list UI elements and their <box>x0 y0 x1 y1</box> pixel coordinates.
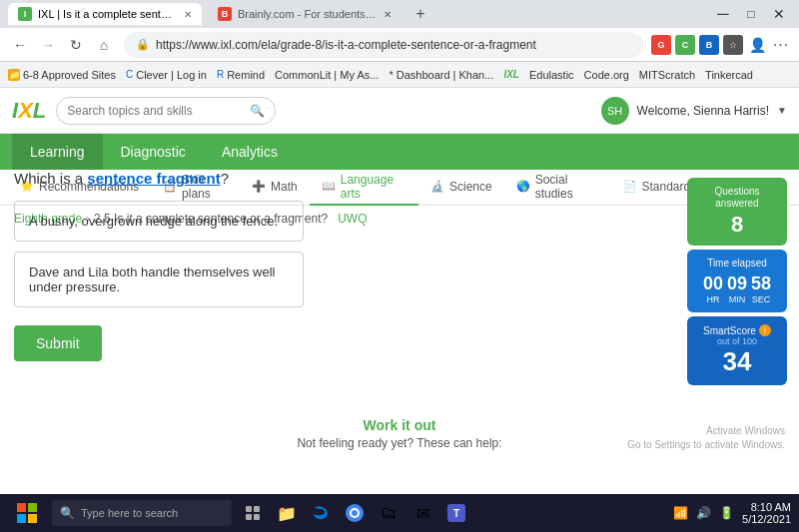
svg-rect-0 <box>17 503 26 512</box>
taskbar-right: 📶 🔊 🔋 8:10 AM 5/12/2021 <box>673 501 791 525</box>
search-input[interactable] <box>67 104 250 118</box>
answer-a-text: A bushy, overgrown hedge along the fence… <box>29 214 278 229</box>
question-highlight: sentence fragment <box>87 170 220 187</box>
bookmark-khan[interactable]: * Dashboard | Khan... <box>389 69 493 81</box>
timer-seconds: 58 SEC <box>751 273 771 304</box>
maximize-btn[interactable]: □ <box>739 2 763 26</box>
taskbar-mail-icon[interactable]: ✉ <box>407 498 437 528</box>
system-clock[interactable]: 8:10 AM 5/12/2021 <box>742 501 791 525</box>
taskbar-search-box[interactable]: 🔍 Type here to search <box>52 500 232 526</box>
extension-icons: G C B ☆ 👤 ··· <box>651 35 791 55</box>
smart-score-value: 34 <box>697 346 777 377</box>
taskbar-teams-icon[interactable]: T <box>441 498 471 528</box>
taskbar-pinned-apps: 📁 🗂 ✉ T <box>238 498 471 528</box>
answer-option-a[interactable]: A bushy, overgrown hedge along the fence… <box>14 201 304 242</box>
watermark-line1: Activate Windows <box>627 424 785 438</box>
close-btn[interactable]: ✕ <box>767 2 791 26</box>
bookmark-remind[interactable]: R Remind <box>217 69 265 81</box>
url-bar[interactable]: 🔒 https://www.ixl.com/ela/grade-8/is-it-… <box>124 32 643 58</box>
smart-score-label: SmartScore i <box>697 324 777 336</box>
address-bar: ← → ↻ ⌂ 🔒 https://www.ixl.com/ela/grade-… <box>0 28 799 62</box>
ext-icon-user[interactable]: 👤 <box>747 35 767 55</box>
svg-rect-3 <box>28 514 37 523</box>
bookmark-mitscratch[interactable]: MITScratch <box>639 69 695 81</box>
ext-icon-2[interactable]: C <box>675 35 695 55</box>
taskbar-edge-icon[interactable] <box>306 498 336 528</box>
stats-panel: Questions answered 8 Time elapsed 00 HR … <box>687 178 787 385</box>
answer-b-text: Dave and Lila both handle themselves wel… <box>29 265 275 294</box>
smart-score-box: SmartScore i out of 100 34 <box>687 316 787 385</box>
taskbar-folder-icon[interactable]: 🗂 <box>374 498 403 528</box>
refresh-btn[interactable]: ↻ <box>64 33 88 57</box>
svg-rect-2 <box>17 514 26 523</box>
smart-score-sub: out of 100 <box>697 336 777 346</box>
bookmark-tinkercad[interactable]: Tinkercad <box>705 69 753 81</box>
network-icon[interactable]: 📶 <box>673 506 688 520</box>
ixl-logo[interactable]: IXL <box>12 98 46 124</box>
submit-button[interactable]: Submit <box>14 325 102 361</box>
tab-label: IXL | Is it a complete sentence o... <box>38 8 178 20</box>
taskbar-file-explorer-icon[interactable]: 📁 <box>272 498 302 528</box>
ext-icon-1[interactable]: G <box>651 35 671 55</box>
smart-score-info-icon[interactable]: i <box>759 324 771 336</box>
user-avatar: SH <box>601 97 629 125</box>
windows-watermark: Activate Windows Go to Settings to activ… <box>627 424 785 452</box>
forward-btn[interactable]: → <box>36 33 60 57</box>
taskbar-multitasking-icon[interactable] <box>238 498 268 528</box>
user-dropdown-arrow[interactable]: ▼ <box>777 105 787 116</box>
lock-icon: 🔒 <box>136 38 150 51</box>
taskbar: 🔍 Type here to search 📁 🗂 ✉ T <box>0 494 799 532</box>
home-btn[interactable]: ⌂ <box>92 33 116 57</box>
new-tab-btn[interactable]: + <box>407 1 433 27</box>
logo-letter-x: X <box>18 98 33 124</box>
questions-answered-box: Questions answered 8 <box>687 178 787 246</box>
volume-icon[interactable]: 🔊 <box>696 506 711 520</box>
question-header: Which is a sentence fragment? <box>14 170 670 187</box>
battery-icon[interactable]: 🔋 <box>719 506 734 520</box>
bookmark-folder-icon: 📁 <box>8 69 20 81</box>
tab-favicon: I <box>18 7 32 21</box>
ext-icon-4[interactable]: ☆ <box>723 35 743 55</box>
tab2-close-btn[interactable]: ✕ <box>384 9 392 20</box>
svg-rect-7 <box>254 514 260 520</box>
answer-option-b[interactable]: Dave and Lila both handle themselves wel… <box>14 252 304 307</box>
svg-rect-5 <box>254 506 260 512</box>
taskbar-chrome-icon[interactable] <box>340 498 370 528</box>
inactive-tab[interactable]: B Brainly.com - For students. By st... ✕ <box>208 3 401 25</box>
ext-icon-more[interactable]: ··· <box>771 35 791 55</box>
svg-rect-6 <box>246 514 252 520</box>
url-text: https://www.ixl.com/ela/grade-8/is-it-a-… <box>156 38 536 52</box>
bookmark-commonlit[interactable]: CommonLit | My As... <box>275 69 379 81</box>
time-elapsed-box: Time elapsed 00 HR 09 MIN 58 SEC <box>687 250 787 312</box>
questions-answered-label: Questions answered <box>697 186 777 210</box>
taskbar-search-icon: 🔍 <box>60 506 75 520</box>
time-elapsed-label: Time elapsed <box>697 258 777 269</box>
minimize-btn[interactable]: ─ <box>711 2 735 26</box>
bookmark-ixl[interactable]: IXL IXL <box>503 69 519 80</box>
search-bar[interactable]: 🔍 <box>56 97 276 125</box>
tab2-favicon: B <box>218 7 232 21</box>
bookmark-edulastic[interactable]: Edulastic <box>529 69 574 81</box>
bookmark-clever[interactable]: C Clever | Log in <box>126 69 207 81</box>
tab-close-btn[interactable]: ✕ <box>184 9 192 20</box>
content-area: Which is a sentence fragment? A bushy, o… <box>0 160 684 371</box>
window-controls: ─ □ ✕ <box>711 2 791 26</box>
windows-logo-icon <box>17 503 37 523</box>
bookmark-codeorg[interactable]: Code.org <box>584 69 629 81</box>
nav-buttons: ← → ↻ ⌂ <box>8 33 116 57</box>
start-button[interactable] <box>8 498 46 528</box>
logo-letter-l: L <box>33 98 46 124</box>
svg-rect-1 <box>28 503 37 512</box>
bookmark-approved-sites[interactable]: 📁 6-8 Approved Sites <box>8 69 116 81</box>
header-right: SH Welcome, Sienna Harris! ▼ <box>601 97 787 125</box>
clock-date: 5/12/2021 <box>742 513 791 525</box>
active-tab[interactable]: I IXL | Is it a complete sentence o... ✕ <box>8 3 202 25</box>
svg-point-10 <box>352 510 358 516</box>
tab2-label: Brainly.com - For students. By st... <box>238 8 378 20</box>
ixl-header: IXL 🔍 SH Welcome, Sienna Harris! ▼ <box>0 88 799 134</box>
ext-icon-3[interactable]: B <box>699 35 719 55</box>
back-btn[interactable]: ← <box>8 33 32 57</box>
question-prompt-end: ? <box>221 170 229 187</box>
timer-hours: 00 HR <box>703 273 723 304</box>
title-bar: I IXL | Is it a complete sentence o... ✕… <box>0 0 799 28</box>
